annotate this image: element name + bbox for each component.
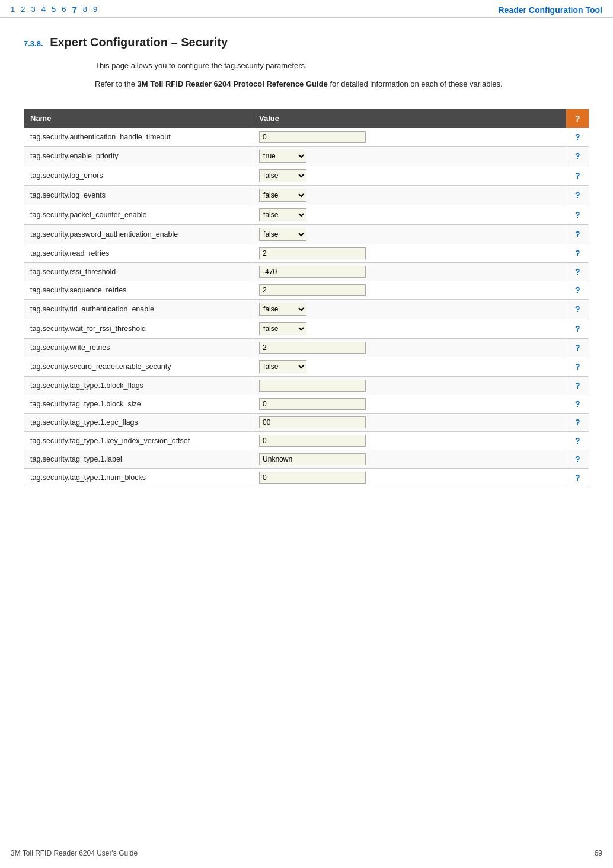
input-17[interactable] [259, 453, 366, 465]
row-value-2[interactable]: falsetrue [253, 166, 566, 185]
select-9[interactable]: falsetrue [259, 303, 306, 316]
help-icon-1[interactable]: ? [566, 146, 589, 166]
row-value-9[interactable]: falsetrue [253, 299, 566, 319]
section-title: Expert Configuration – Security [50, 36, 228, 49]
row-value-16[interactable] [253, 431, 566, 450]
row-value-15[interactable] [253, 413, 566, 431]
row-value-0[interactable] [253, 128, 566, 146]
row-name-9: tag.security.tid_authentication_enable [24, 299, 253, 319]
row-value-8[interactable] [253, 281, 566, 299]
col-header-help: ? [566, 109, 589, 128]
help-icon-5[interactable]: ? [566, 224, 589, 244]
select-3[interactable]: falsetrue [259, 189, 306, 202]
input-18[interactable] [259, 472, 366, 484]
table-row: tag.security.tag_type.1.label? [24, 450, 589, 468]
select-10[interactable]: falsetrue [259, 322, 306, 335]
config-table: Name Value ? tag.security.authentication… [24, 109, 589, 487]
nav-number-6[interactable]: 6 [62, 5, 66, 15]
table-row: tag.security.wait_for_rssi_thresholdfals… [24, 319, 589, 338]
help-icon-8[interactable]: ? [566, 281, 589, 299]
col-header-value: Value [253, 109, 566, 128]
nav-number-7[interactable]: 7 [72, 5, 76, 15]
help-icon-10[interactable]: ? [566, 319, 589, 338]
row-name-16: tag.security.tag_type.1.key_index_versio… [24, 431, 253, 450]
help-icon-7[interactable]: ? [566, 262, 589, 281]
input-11[interactable] [259, 342, 366, 354]
table-row: tag.security.packet_counter_enablefalset… [24, 205, 589, 224]
row-name-1: tag.security.enable_priority [24, 146, 253, 166]
table-row: tag.security.tag_type.1.key_index_versio… [24, 431, 589, 450]
table-row: tag.security.tid_authentication_enablefa… [24, 299, 589, 319]
row-name-7: tag.security.rssi_threshold [24, 262, 253, 281]
row-value-18[interactable] [253, 468, 566, 487]
help-icon-0[interactable]: ? [566, 128, 589, 146]
help-icon-2[interactable]: ? [566, 166, 589, 185]
row-value-10[interactable]: falsetrue [253, 319, 566, 338]
select-2[interactable]: falsetrue [259, 169, 306, 182]
help-icon-14[interactable]: ? [566, 395, 589, 413]
row-value-4[interactable]: falsetrue [253, 205, 566, 224]
section-description: This page allows you to configure the ta… [95, 60, 589, 91]
input-0[interactable] [259, 131, 366, 143]
help-icon-15[interactable]: ? [566, 413, 589, 431]
nav-number-4[interactable]: 4 [41, 5, 46, 15]
row-value-13[interactable] [253, 376, 566, 395]
row-name-15: tag.security.tag_type.1.epc_flags [24, 413, 253, 431]
row-value-1[interactable]: truefalse [253, 146, 566, 166]
row-value-11[interactable] [253, 338, 566, 357]
input-6[interactable] [259, 247, 366, 259]
main-content: 7.3.8. Expert Configuration – Security T… [0, 18, 613, 529]
desc-para1: This page allows you to configure the ta… [95, 60, 589, 72]
select-1[interactable]: truefalse [259, 150, 306, 163]
nav-number-8[interactable]: 8 [83, 5, 87, 15]
desc-para2: Refer to the 3M Toll RFID Reader 6204 Pr… [95, 78, 589, 91]
section-header: 7.3.8. Expert Configuration – Security [24, 36, 589, 49]
help-icon-9[interactable]: ? [566, 299, 589, 319]
help-icon-12[interactable]: ? [566, 357, 589, 376]
row-value-7[interactable] [253, 262, 566, 281]
row-value-14[interactable] [253, 395, 566, 413]
input-7[interactable] [259, 266, 366, 278]
row-value-6[interactable] [253, 244, 566, 262]
table-row: tag.security.secure_reader.enable_securi… [24, 357, 589, 376]
nav-number-9[interactable]: 9 [93, 5, 97, 15]
select-5[interactable]: falsetrue [259, 228, 306, 241]
nav-number-3[interactable]: 3 [31, 5, 35, 15]
nav-number-1[interactable]: 1 [11, 5, 15, 15]
row-value-3[interactable]: falsetrue [253, 185, 566, 205]
table-row: tag.security.rssi_threshold? [24, 262, 589, 281]
input-13[interactable] [259, 380, 366, 392]
input-14[interactable] [259, 398, 366, 410]
help-icon-16[interactable]: ? [566, 431, 589, 450]
nav-number-5[interactable]: 5 [52, 5, 56, 15]
row-name-17: tag.security.tag_type.1.label [24, 450, 253, 468]
table-row: tag.security.tag_type.1.num_blocks? [24, 468, 589, 487]
table-row: tag.security.log_errorsfalsetrue? [24, 166, 589, 185]
nav-number-2[interactable]: 2 [21, 5, 25, 15]
top-nav: 123456789 Reader Configuration Tool [0, 0, 613, 18]
help-icon-17[interactable]: ? [566, 450, 589, 468]
row-value-17[interactable] [253, 450, 566, 468]
select-12[interactable]: falsetrue [259, 360, 306, 373]
input-16[interactable] [259, 435, 366, 447]
select-4[interactable]: falsetrue [259, 208, 306, 221]
help-icon-18[interactable]: ? [566, 468, 589, 487]
desc2-prefix: Refer to the [95, 80, 138, 88]
footer: 3M Toll RFID Reader 6204 User's Guide 69 [0, 844, 613, 857]
help-icon-6[interactable]: ? [566, 244, 589, 262]
row-name-3: tag.security.log_events [24, 185, 253, 205]
input-15[interactable] [259, 416, 366, 428]
input-8[interactable] [259, 284, 366, 296]
help-icon-4[interactable]: ? [566, 205, 589, 224]
table-row: tag.security.password_authentication_ena… [24, 224, 589, 244]
help-icon-11[interactable]: ? [566, 338, 589, 357]
row-value-5[interactable]: falsetrue [253, 224, 566, 244]
help-icon-3[interactable]: ? [566, 185, 589, 205]
row-value-12[interactable]: falsetrue [253, 357, 566, 376]
table-row: tag.security.enable_prioritytruefalse? [24, 146, 589, 166]
table-row: tag.security.tag_type.1.block_flags? [24, 376, 589, 395]
nav-numbers[interactable]: 123456789 [11, 5, 97, 15]
help-icon-13[interactable]: ? [566, 376, 589, 395]
row-name-6: tag.security.read_retries [24, 244, 253, 262]
table-row: tag.security.tag_type.1.block_size? [24, 395, 589, 413]
